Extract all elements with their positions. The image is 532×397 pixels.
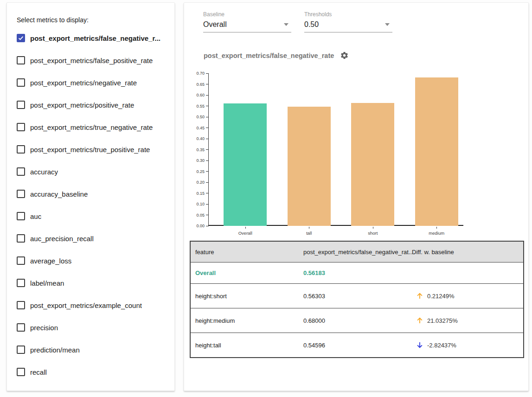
feature-cell: Overall (191, 269, 303, 276)
metric-label: auc (30, 212, 41, 220)
diff-value: 0.21249% (427, 293, 455, 300)
x-axis-tick (245, 227, 246, 229)
x-axis-label: Overall (218, 231, 273, 236)
y-axis-label: 0.45 (186, 126, 205, 130)
checkbox-unchecked-icon[interactable] (17, 167, 25, 176)
checkbox-unchecked-icon[interactable] (17, 101, 25, 109)
y-axis-tick (206, 117, 209, 117)
arrow-down-icon (416, 341, 424, 349)
x-axis-label: short (345, 231, 401, 236)
sidebar-item-accuracy[interactable]: accuracy (17, 160, 171, 183)
y-axis-label: 0.50 (186, 115, 205, 119)
y-axis-tick (206, 226, 209, 226)
bar-tall[interactable] (288, 107, 331, 226)
y-axis-tick (206, 73, 209, 74)
metric-label: post_export_metrics/negative_rate (30, 79, 137, 87)
gear-icon[interactable] (340, 51, 349, 60)
metric-label: post_export_metrics/false_negative_r... (30, 34, 160, 42)
sidebar-item-post-export-metrics-example-count[interactable]: post_export_metrics/example_count (17, 294, 171, 316)
baseline-select[interactable]: Baseline Overall (203, 11, 291, 32)
col-header-metric: post_export_metrics/false_negative_rat..… (303, 249, 412, 256)
col-header-diff: Diff. w. baseline (412, 249, 523, 256)
bar-Overall[interactable] (224, 103, 267, 226)
baseline-value[interactable]: Overall (203, 18, 291, 32)
sidebar-item-prediction-mean[interactable]: prediction/mean (17, 339, 171, 361)
checkbox-checked-icon[interactable] (17, 34, 25, 42)
sidebar-item-post-export-metrics-negative-rate[interactable]: post_export_metrics/negative_rate (17, 71, 171, 94)
metric-value-cell: 0.56183 (303, 269, 412, 276)
metric-label: post_export_metrics/positive_rate (30, 101, 134, 109)
chevron-down-icon (385, 23, 390, 26)
y-axis-label: 0.00 (186, 224, 205, 228)
sidebar-item-post-export-metrics-true-positive-rate[interactable]: post_export_metrics/true_positive_rate (17, 138, 171, 160)
chevron-down-icon (284, 23, 288, 26)
x-axis-tick (373, 227, 373, 229)
y-axis-label: 0.35 (186, 147, 205, 152)
checkbox-unchecked-icon[interactable] (17, 368, 25, 376)
metric-select-panel: Select metrics to display: post_export_m… (6, 2, 175, 391)
baseline-label: Baseline (203, 11, 291, 18)
x-axis-tick (309, 227, 309, 229)
diff-cell: 21.03275% (412, 316, 523, 325)
checkbox-unchecked-icon[interactable] (17, 78, 25, 87)
checkbox-unchecked-icon[interactable] (17, 190, 25, 198)
sidebar-item-post-export-metrics-false-positive-rate[interactable]: post_export_metrics/false_positive_rate (17, 49, 171, 71)
checkbox-unchecked-icon[interactable] (17, 56, 25, 64)
sidebar-item-recall[interactable]: recall (17, 361, 171, 383)
checkbox-unchecked-icon[interactable] (17, 279, 25, 287)
sidebar-item-precision[interactable]: precision (17, 316, 171, 339)
metric-value-cell: 0.68000 (303, 317, 412, 324)
sidebar-item-label-mean[interactable]: label/mean (17, 272, 171, 294)
arrow-up-icon (416, 292, 424, 300)
checkbox-unchecked-icon[interactable] (17, 234, 25, 243)
checkbox-unchecked-icon[interactable] (17, 323, 25, 332)
checkbox-unchecked-icon[interactable] (17, 145, 25, 154)
y-axis-label: 0.60 (186, 93, 205, 97)
sidebar-item-auc-precision-recall[interactable]: auc_precision_recall (17, 227, 171, 250)
y-axis-label: 0.05 (186, 213, 205, 218)
thresholds-value[interactable]: 0.50 (304, 18, 392, 32)
y-axis-tick (206, 128, 209, 128)
feature-cell: height:tall (191, 342, 303, 349)
bar-medium[interactable] (415, 77, 458, 226)
y-axis-label: 0.10 (186, 202, 205, 206)
table-row-height-short: height:short0.563030.21249% (191, 283, 523, 308)
sidebar-item-average-loss[interactable]: average_loss (17, 250, 171, 272)
checkbox-unchecked-icon[interactable] (17, 346, 25, 354)
y-axis-label: 0.30 (186, 158, 205, 163)
y-axis-tick (206, 215, 209, 215)
y-axis-tick (206, 139, 209, 139)
y-axis-tick (206, 182, 209, 183)
checkbox-unchecked-icon[interactable] (17, 212, 25, 220)
metrics-display-panel: Baseline Overall Thresholds 0.50 post_ex… (184, 2, 529, 391)
y-axis-label: 0.55 (186, 104, 205, 109)
sidebar-item-post-export-metrics-positive-rate[interactable]: post_export_metrics/positive_rate (17, 94, 171, 116)
metrics-table: feature post_export_metrics/false_negati… (190, 241, 524, 358)
metric-value-cell: 0.54596 (303, 342, 412, 349)
checkbox-unchecked-icon[interactable] (17, 301, 25, 309)
checkbox-unchecked-icon[interactable] (17, 256, 25, 265)
chart-title: post_export_metrics/false_negative_rate (204, 52, 334, 59)
sidebar-item-accuracy-baseline[interactable]: accuracy_baseline (17, 183, 171, 205)
metric-label: accuracy_baseline (30, 190, 88, 198)
y-axis-tick (206, 84, 209, 84)
checkbox-unchecked-icon[interactable] (17, 123, 25, 131)
y-axis-label: 0.70 (186, 71, 205, 76)
x-axis-label: tall (281, 231, 337, 236)
col-header-feature: feature (191, 249, 303, 256)
y-axis-label: 0.20 (186, 180, 205, 185)
diff-value: -2.82437% (427, 342, 456, 349)
thresholds-label: Thresholds (304, 11, 392, 18)
metric-label: precision (30, 324, 58, 332)
table-header-row: feature post_export_metrics/false_negati… (191, 242, 523, 262)
metric-label: average_loss (30, 257, 71, 265)
metric-label: post_export_metrics/true_positive_rate (30, 146, 150, 154)
thresholds-select[interactable]: Thresholds 0.50 (304, 11, 392, 32)
metric-label: recall (30, 368, 47, 376)
sidebar-item-post-export-metrics-true-negative-rate[interactable]: post_export_metrics/true_negative_rate (17, 116, 171, 138)
metric-select-title: Select metrics to display: (17, 16, 89, 24)
arrow-up-icon (416, 316, 424, 325)
sidebar-item-auc[interactable]: auc (17, 205, 171, 227)
sidebar-item-post-export-metrics-false-negative-r-[interactable]: post_export_metrics/false_negative_r... (17, 27, 171, 49)
bar-short[interactable] (351, 103, 394, 226)
